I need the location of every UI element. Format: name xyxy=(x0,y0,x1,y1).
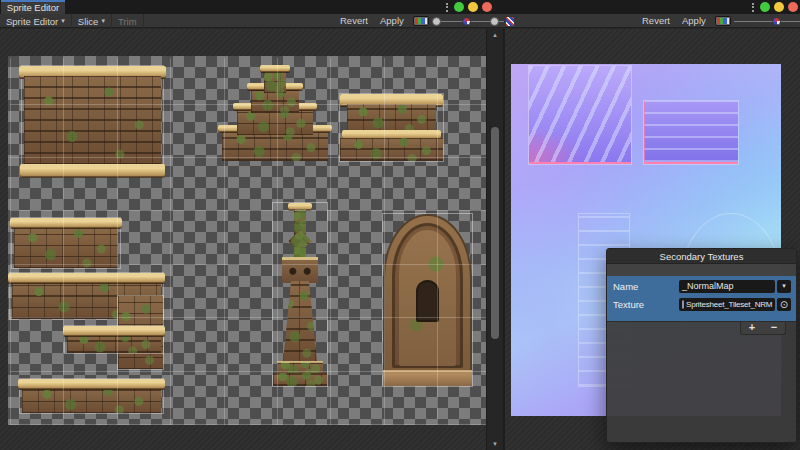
object-picker-button[interactable]: ⊙ xyxy=(777,298,791,311)
tab-sprite-editor[interactable]: Sprite Editor xyxy=(1,0,65,14)
sprite-sheet-view[interactable] xyxy=(0,29,486,450)
name-label: Name xyxy=(613,281,679,292)
tab-bar: Sprite Editor xyxy=(0,0,800,14)
spritesheet-texture[interactable] xyxy=(8,56,486,425)
texture-object-field[interactable]: Spritesheet_Tileset_NRM xyxy=(679,298,775,311)
scroll-up-icon[interactable]: ▲ xyxy=(487,29,503,41)
stripe-icon xyxy=(506,17,514,26)
sprite-editor-toolbar: Sprite Editor ▾ Slice ▾ Trim Revert Appl… xyxy=(0,14,800,28)
object-picker-icon: ⊙ xyxy=(780,299,788,310)
vertical-scrollbar[interactable]: ▲ ▼ xyxy=(486,29,504,450)
rgb-swatch-icon[interactable] xyxy=(715,16,731,26)
nm-altar xyxy=(644,101,738,164)
sprite-editor-mode-dropdown[interactable]: Sprite Editor ▾ xyxy=(0,14,72,28)
revert-button-secondary[interactable]: Revert xyxy=(636,14,676,28)
mip-level-icon xyxy=(772,17,781,26)
sprite-altar[interactable] xyxy=(340,94,443,161)
scrollbar-thumb[interactable] xyxy=(491,127,499,339)
scroll-down-icon[interactable]: ▼ xyxy=(487,438,503,450)
texture-thumbnail xyxy=(682,300,684,309)
remove-secondary-texture-button[interactable]: − xyxy=(763,322,785,334)
sprite-totem[interactable] xyxy=(273,203,327,386)
panel-title: Secondary Textures xyxy=(607,249,796,264)
apply-button-secondary[interactable]: Apply xyxy=(676,14,712,28)
sprite-platform-4[interactable] xyxy=(20,379,163,413)
dropdown-caret-icon: ▾ xyxy=(782,282,786,290)
slice-dropdown[interactable]: Slice ▾ xyxy=(72,14,112,28)
slider-thumb[interactable] xyxy=(490,17,499,26)
record-dot-red[interactable] xyxy=(482,2,492,12)
zoom-mip-slider-secondary[interactable] xyxy=(734,14,800,28)
revert-button[interactable]: Revert xyxy=(334,14,374,28)
slider-thumb[interactable] xyxy=(432,17,441,26)
record-dot-yellow[interactable] xyxy=(468,2,478,12)
record-dot-green[interactable] xyxy=(760,2,770,12)
overflow-dots-icon[interactable] xyxy=(446,3,448,12)
sprite-pyramid[interactable] xyxy=(222,63,328,161)
name-field[interactable]: _NormalMap xyxy=(679,280,775,293)
sprite-wall[interactable] xyxy=(22,66,163,177)
sprite-platform-3[interactable] xyxy=(65,326,163,353)
record-dot-red[interactable] xyxy=(788,2,798,12)
zoom-mip-slider[interactable] xyxy=(432,14,504,28)
mip-level-icon xyxy=(462,17,471,26)
secondary-textures-panel: Secondary Textures Name _NormalMap ▾ Tex… xyxy=(606,248,797,443)
texture-label: Texture xyxy=(613,299,679,310)
chevron-down-icon: ▾ xyxy=(101,17,105,25)
overflow-dots-icon[interactable] xyxy=(752,3,754,12)
chevron-down-icon: ▾ xyxy=(61,17,65,25)
add-secondary-texture-button[interactable]: + xyxy=(741,322,763,334)
secondary-textures-list[interactable]: Name _NormalMap ▾ Texture Spritesheet_Ti… xyxy=(607,264,796,322)
apply-button[interactable]: Apply xyxy=(374,14,410,28)
record-dots-right xyxy=(752,1,798,13)
record-dot-green[interactable] xyxy=(454,2,464,12)
nm-pyramid xyxy=(529,66,631,164)
record-dots-left xyxy=(446,1,492,13)
list-footer: + − xyxy=(740,322,786,335)
record-dot-yellow[interactable] xyxy=(774,2,784,12)
selected-secondary-texture[interactable]: Name _NormalMap ▾ Texture Spritesheet_Ti… xyxy=(607,276,796,321)
name-dropdown-button[interactable]: ▾ xyxy=(777,280,791,293)
trim-button[interactable]: Trim xyxy=(112,14,144,28)
rgb-swatch-icon[interactable] xyxy=(413,16,429,26)
sprite-platform-1[interactable] xyxy=(12,218,120,268)
sprite-arch[interactable] xyxy=(383,214,472,386)
